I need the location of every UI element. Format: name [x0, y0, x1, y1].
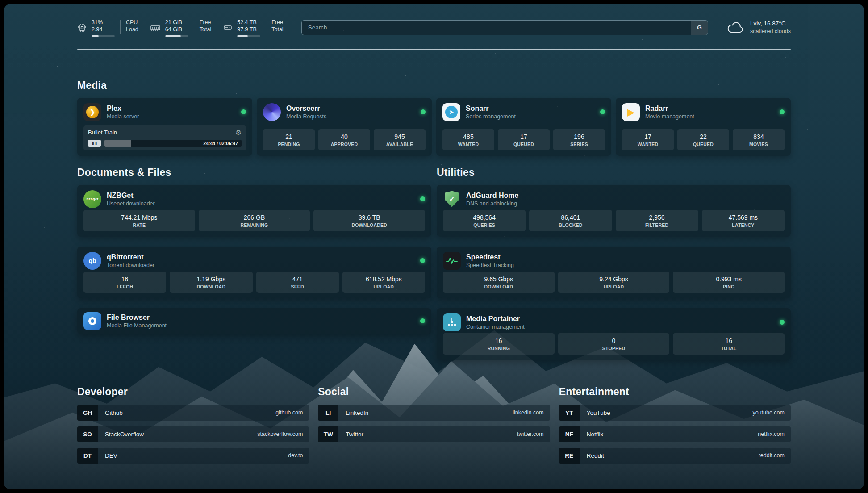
bookmark-reddit[interactable]: RE Reddit reddit.com	[559, 448, 791, 464]
stat-value: 485	[444, 133, 492, 140]
stat-box: 22QUEUED	[677, 129, 729, 150]
nzbget-icon: nzbget	[83, 190, 101, 208]
app-card-portainer[interactable]: Media Portainer Container management 16R…	[437, 308, 791, 360]
disk-widget: 52.4 TB 97.9 TB Free Total	[223, 19, 283, 37]
app-subtitle: Series management	[466, 113, 516, 120]
stat-value: 834	[734, 133, 783, 140]
playback-progress-bar[interactable]: 24:44 / 02:06:47	[104, 140, 242, 147]
sonarr-arrow: ➤	[445, 106, 458, 118]
bookmark-name: Reddit	[587, 452, 604, 459]
app-card-overseerr[interactable]: Overseerr Media Requests 21PENDING 40APP…	[257, 98, 432, 156]
bookmark-netflix[interactable]: NF Netflix netflix.com	[559, 426, 791, 442]
stat-value: 47.569 ms	[704, 214, 783, 221]
app-card-adguard[interactable]: ✓ AdGuard Home DNS and adblocking 498,56…	[437, 185, 791, 237]
playback-row: ❚❚ 24:44 / 02:06:47	[88, 140, 242, 147]
stat-label: WANTED	[444, 142, 492, 147]
section-title-entertainment: Entertainment	[559, 386, 791, 398]
bookmark-list: GH Github github.com SO StackOverflow st…	[77, 405, 309, 464]
pause-button[interactable]: ❚❚	[88, 140, 101, 147]
status-dot-online	[421, 109, 426, 114]
bookmarks-social: Social LI LinkedIn linkedin.com TW Twitt…	[318, 386, 550, 464]
app-card-filebrowser[interactable]: File Browser Media File Management	[77, 308, 431, 334]
stat-box: 17WANTED	[622, 129, 674, 150]
ram-total: 64 GiB	[165, 26, 188, 33]
total-label: Total	[271, 26, 283, 33]
bookmark-linkedin[interactable]: LI LinkedIn linkedin.com	[318, 405, 550, 421]
stat-label: REMAINING	[200, 222, 309, 228]
app-name: File Browser	[107, 313, 167, 322]
stat-label: MOVIES	[734, 142, 783, 147]
app-titles: Speedtest Speedtest Tracking	[466, 253, 514, 268]
dashboard-screen: 31% 2.94 CPU Load	[4, 4, 864, 489]
divider	[266, 20, 266, 34]
speedtest-icon	[443, 252, 461, 270]
stat-label: PENDING	[265, 142, 313, 147]
stat-value: 16	[675, 337, 783, 344]
app-card-sonarr[interactable]: ➤ Sonarr Series management 485WANTED 17Q…	[436, 98, 611, 156]
app-name: Media Portainer	[466, 315, 525, 323]
bookmark-dev[interactable]: DT DEV dev.to	[77, 448, 309, 464]
app-name: Radarr	[645, 104, 694, 113]
stat-box: 0.993 msPING	[673, 272, 785, 293]
stat-value: 22	[679, 133, 727, 140]
card-header: Speedtest Speedtest Tracking	[443, 252, 785, 270]
ram-labels: Free Total	[200, 19, 211, 37]
app-name: Speedtest	[466, 253, 514, 261]
stat-value: 0	[560, 337, 668, 344]
weather-text: Lviv, 16.87°C scattered clouds	[750, 20, 791, 35]
app-titles: Sonarr Series management	[466, 104, 516, 120]
stat-value: 39.6 TB	[315, 214, 423, 221]
stat-value: 1.19 Gbps	[171, 276, 250, 283]
section-documents: Documents & Files nzbget NZBGet Usenet d…	[77, 167, 431, 360]
disk-icon	[223, 23, 233, 33]
bookmark-url: youtube.com	[752, 409, 785, 416]
cpu-values: 31% 2.94	[92, 19, 115, 37]
cpu-icon	[77, 23, 87, 33]
stats-row: 498,564QUERIES 86,401BLOCKED 2,956FILTER…	[443, 210, 785, 231]
app-card-nzbget[interactable]: nzbget NZBGet Usenet downloader 744.21 M…	[77, 185, 431, 237]
portainer-icon	[443, 313, 461, 331]
card-header: qb qBittorrent Torrent downloader	[83, 252, 425, 270]
bookmark-github[interactable]: GH Github github.com	[77, 405, 309, 421]
bookmark-stackoverflow[interactable]: SO StackOverflow stackoverflow.com	[77, 426, 309, 442]
search-engine-button[interactable]: G	[691, 21, 708, 35]
card-header: nzbget NZBGet Usenet downloader	[83, 190, 425, 208]
app-subtitle: Usenet downloader	[107, 201, 155, 207]
divider	[194, 20, 194, 34]
app-titles: qBittorrent Torrent downloader	[107, 253, 154, 268]
stat-box: 86,401BLOCKED	[529, 210, 612, 231]
card-header: Overseerr Media Requests	[263, 103, 426, 121]
bookmark-abbr: DT	[77, 448, 98, 464]
card-header: ▶ Radarr Movie management	[622, 103, 785, 121]
stat-label: QUEUED	[500, 142, 548, 147]
bookmark-name: YouTube	[587, 409, 610, 416]
weather-location: Lviv, 16.87°C	[750, 20, 791, 28]
topbar: 31% 2.94 CPU Load	[77, 19, 791, 37]
weather-widget: Lviv, 16.87°C scattered clouds	[726, 20, 791, 35]
section-media: Media ❯ Plex Media server Bullet Tr	[77, 79, 791, 156]
cpu-usage-bar	[92, 35, 115, 37]
bookmarks-entertainment: Entertainment YT YouTube youtube.com NF …	[559, 386, 791, 464]
stat-box: 196SERIES	[553, 129, 605, 150]
bookmark-url: stackoverflow.com	[257, 431, 303, 437]
app-card-qbittorrent[interactable]: qb qBittorrent Torrent downloader 16LEEC…	[77, 246, 431, 298]
bookmark-abbr: SO	[77, 426, 98, 442]
stat-box: 47.569 msLATENCY	[702, 210, 785, 231]
card-header: ➤ Sonarr Series management	[442, 103, 605, 121]
card-header: Media Portainer Container management	[443, 313, 785, 331]
disk-free: 52.4 TB	[237, 19, 260, 26]
settings-gear-icon[interactable]: ⚙	[236, 129, 242, 137]
app-card-radarr[interactable]: ▶ Radarr Movie management 17WANTED 22QUE…	[616, 98, 791, 156]
stat-box: 0STOPPED	[558, 333, 670, 355]
bookmark-twitter[interactable]: TW Twitter twitter.com	[318, 426, 550, 442]
status-dot-online	[420, 196, 425, 201]
bookmark-name: Twitter	[346, 431, 363, 438]
app-card-speedtest[interactable]: Speedtest Speedtest Tracking 9.65 GbpsDO…	[437, 246, 791, 298]
stars	[4, 4, 4, 4]
stat-value: 16	[85, 276, 164, 283]
app-card-plex[interactable]: ❯ Plex Media server Bullet Train ⚙	[77, 98, 252, 156]
stat-label: PING	[675, 284, 783, 289]
search-input[interactable]	[302, 21, 691, 35]
bookmark-youtube[interactable]: YT YouTube youtube.com	[559, 405, 791, 421]
stat-box: 485WANTED	[442, 129, 494, 150]
